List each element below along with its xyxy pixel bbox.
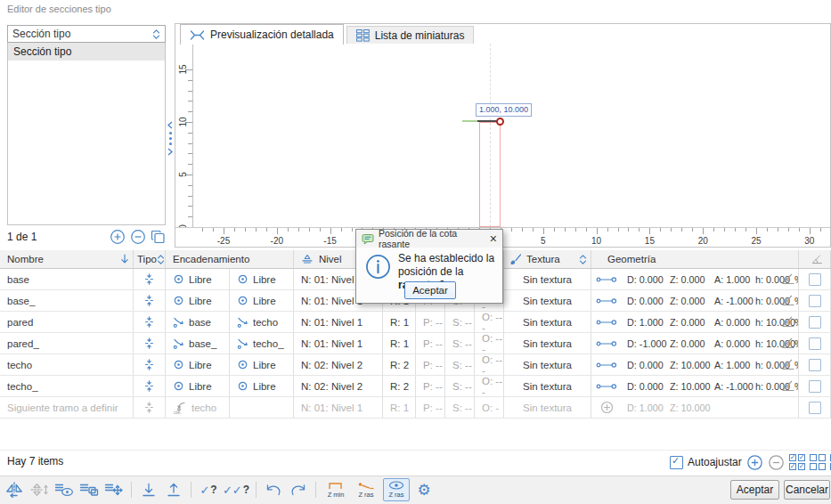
import-icon[interactable]	[138, 479, 159, 500]
cell-tipo[interactable]	[134, 290, 166, 312]
cell-o[interactable]: O: ---	[475, 354, 504, 376]
z-min-button[interactable]: Z min	[322, 478, 349, 501]
cell-s[interactable]: S: --	[445, 312, 475, 333]
list-item[interactable]: Sección tipo	[8, 43, 165, 61]
cell-o[interactable]: O: ---	[475, 376, 504, 397]
cell-flags[interactable]	[799, 333, 831, 354]
header-textura[interactable]: Textura	[504, 250, 591, 268]
table-row[interactable]: techo_ Libre Libre N: 02: Nivel 2 R: 2 P…	[0, 376, 831, 397]
check-single-icon[interactable]: ✓?	[198, 479, 219, 500]
cell-s[interactable]: S: --	[445, 376, 475, 397]
header-encadenamiento[interactable]: Encadenamiento	[166, 250, 294, 268]
cell-geometria[interactable]: D: 1.000Z: 10.000	[591, 397, 799, 419]
cell-flags[interactable]	[799, 312, 831, 333]
row-checkbox[interactable]	[809, 316, 821, 329]
header-nombre[interactable]: Nombre	[0, 250, 134, 268]
cell-geometria[interactable]: D: 0.000Z: 10.000A: -1.000h: 0.000%: 0	[591, 376, 799, 397]
cell-nombre[interactable]: pared_	[0, 333, 134, 354]
autofit-checkbox[interactable]	[670, 456, 683, 469]
cell-rasante[interactable]: R: 1	[383, 333, 416, 354]
accept-button[interactable]: Aceptar	[730, 480, 779, 500]
cell-flags[interactable]	[799, 290, 831, 312]
cell-rasante[interactable]: R: 2	[383, 354, 416, 376]
cell-p[interactable]: P: --	[416, 397, 445, 419]
list-visibility-icon[interactable]	[53, 479, 75, 500]
add-section-button[interactable]	[110, 229, 126, 245]
cell-flags[interactable]	[799, 354, 831, 376]
close-icon[interactable]: ×	[490, 232, 497, 245]
cell-nivel[interactable]: N: 01: Nivel 1	[294, 397, 383, 419]
cell-textura[interactable]: Sin textura	[504, 397, 591, 419]
cell-textura[interactable]: Sin textura	[504, 376, 591, 397]
cell-nivel[interactable]: N: 01: Nivel 1	[294, 312, 383, 333]
cell-encadenamiento-1[interactable]: Libre	[166, 290, 230, 312]
cell-encadenamiento-2[interactable]: Libre	[230, 354, 294, 376]
row-checkbox[interactable]	[809, 380, 821, 393]
cell-rasante[interactable]: R: 2	[383, 376, 416, 397]
cell-nivel[interactable]: N: 01: Nivel 1	[294, 333, 383, 354]
cell-textura[interactable]: Sin textura	[504, 333, 591, 354]
cell-o[interactable]: O: ---	[475, 333, 504, 354]
redo-icon[interactable]	[288, 479, 309, 500]
cell-flags[interactable]	[799, 376, 831, 397]
cell-nombre[interactable]: base_	[0, 290, 134, 312]
cell-tipo[interactable]	[134, 312, 166, 333]
cell-s[interactable]: S: --	[445, 397, 475, 419]
zoom-out-button[interactable]	[768, 454, 785, 471]
cell-nombre[interactable]: techo	[0, 354, 134, 376]
cell-geometria[interactable]: D: 0.000Z: 10.000A: 1.000h: 0.000%: 0	[591, 354, 799, 376]
table-row[interactable]: pared base techo N: 01: Nivel 1 R: 1 P: …	[0, 312, 831, 333]
undo-icon[interactable]	[263, 479, 284, 500]
select-no-columns-button[interactable]	[810, 454, 826, 470]
sort-descending-icon[interactable]	[120, 254, 129, 264]
row-checkbox[interactable]	[809, 337, 821, 350]
cell-geometria[interactable]: D: 1.000Z: 0.000A: 0.000h: 10.000%: 0	[591, 312, 799, 333]
cell-encadenamiento-1[interactable]: cte.techo	[166, 397, 230, 419]
row-checkbox[interactable]	[809, 359, 821, 371]
spinner-icon[interactable]	[157, 254, 165, 265]
cell-encadenamiento-1[interactable]: base_	[166, 333, 230, 354]
zoom-in-button[interactable]	[746, 454, 763, 471]
cell-geometria[interactable]: D: 0.000Z: 0.000A: -1.000h: 0.000%: 0	[591, 290, 799, 312]
cell-nombre[interactable]: Siguiente tramo a definir	[0, 397, 134, 419]
cell-tipo[interactable]	[134, 397, 166, 419]
cell-encadenamiento-2[interactable]: techo	[230, 312, 294, 333]
dialog-accept-button[interactable]: Aceptar	[404, 281, 456, 299]
cell-o[interactable]: O: -	[475, 397, 504, 419]
export-icon[interactable]	[163, 479, 184, 500]
cell-rasante[interactable]: R: 1	[383, 312, 416, 333]
cell-nivel[interactable]: N: 02: Nivel 2	[294, 376, 383, 397]
settings-gear-icon[interactable]: ⚙	[413, 479, 435, 500]
cell-geometria[interactable]: D: 0.000Z: 0.000A: 1.000h: 0.000%: 0	[591, 269, 799, 290]
mirror-vertical-icon[interactable]	[29, 479, 50, 500]
cell-tipo[interactable]	[134, 376, 166, 397]
cell-encadenamiento-1[interactable]: Libre	[166, 376, 230, 397]
tab-thumbnail-list[interactable]: Lista de miniaturas	[346, 26, 475, 44]
row-checkbox[interactable]	[809, 402, 821, 414]
mirror-horizontal-icon[interactable]	[4, 479, 25, 500]
z-ras-visibility-button[interactable]: Z ras	[383, 478, 410, 501]
spinner-icon[interactable]	[579, 254, 587, 265]
z-ras-button[interactable]: Z ras	[353, 478, 379, 501]
cell-textura[interactable]: Sin textura	[504, 354, 591, 376]
cell-encadenamiento-2[interactable]	[230, 397, 294, 419]
cell-rasante[interactable]: R: 1	[383, 397, 416, 419]
check-all-icon[interactable]: ✓✓?	[223, 479, 249, 500]
cell-p[interactable]: P: --	[416, 376, 445, 397]
cell-encadenamiento-1[interactable]: Libre	[166, 354, 230, 376]
spinner-icon[interactable]	[152, 28, 160, 40]
duplicate-section-button[interactable]	[151, 230, 166, 244]
table-row[interactable]: Siguiente tramo a definir cte.techo N: 0…	[0, 397, 831, 419]
row-checkbox[interactable]	[809, 273, 821, 286]
cell-encadenamiento-2[interactable]: Libre	[230, 269, 294, 290]
cell-encadenamiento-2[interactable]: techo_	[230, 333, 294, 354]
tab-detailed-preview[interactable]: Previsualización detallada	[180, 24, 344, 45]
cell-o[interactable]: O: ---	[475, 312, 504, 333]
cell-nivel[interactable]: N: 02: Nivel 2	[294, 354, 383, 376]
section-preview-canvas[interactable]: 051015 1.000, 10.000	[175, 44, 830, 227]
cell-textura[interactable]: Sin textura	[504, 269, 591, 290]
cell-p[interactable]: P: --	[416, 354, 445, 376]
cell-nombre[interactable]: pared	[0, 312, 134, 333]
cell-textura[interactable]: Sin textura	[504, 312, 591, 333]
table-row[interactable]: techo Libre Libre N: 02: Nivel 2 R: 2 P:…	[0, 354, 831, 376]
